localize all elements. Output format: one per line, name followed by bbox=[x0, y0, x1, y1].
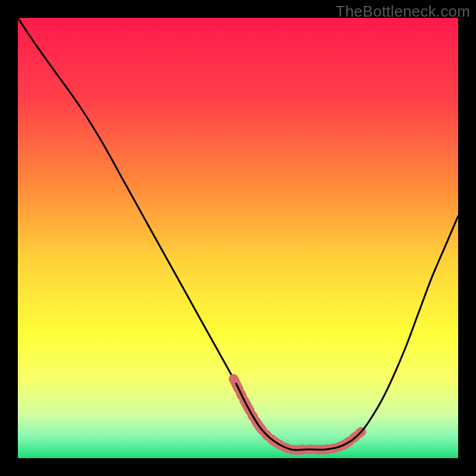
chart-svg bbox=[18, 18, 458, 458]
bottleneck-chart bbox=[18, 18, 458, 458]
highlight-start-dot bbox=[229, 374, 239, 384]
chart-frame: TheBottleneck.com bbox=[0, 0, 476, 476]
